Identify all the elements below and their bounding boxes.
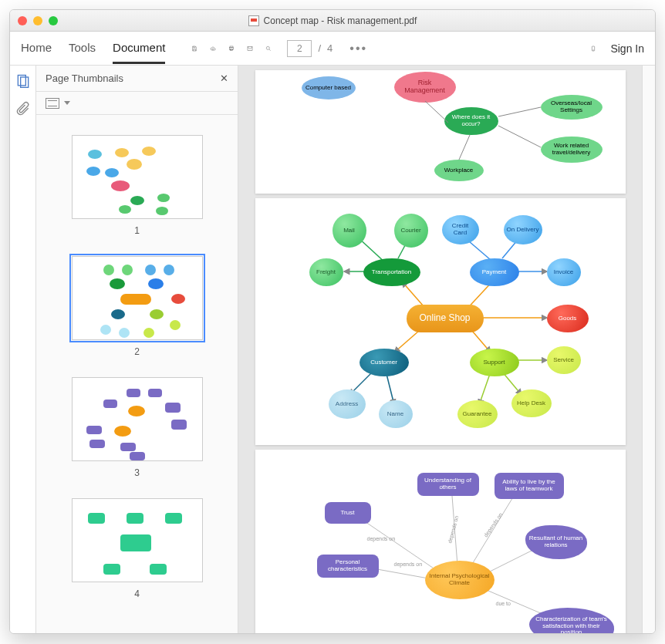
node-credit: Credit Card	[442, 215, 479, 244]
node-courier: Courier	[394, 214, 428, 248]
thumbnail-label-2: 2	[134, 346, 140, 357]
thumbnail-page-1[interactable]	[72, 135, 203, 219]
thumbnails-panel: Page Thumbnails ✕	[36, 66, 238, 633]
page-3-fragment: Understanding of others Ability to live …	[255, 450, 626, 633]
print-icon[interactable]	[224, 41, 239, 56]
thumbnail-label-1: 1	[134, 225, 140, 236]
node-characterization: Characterization of team's satisfaction …	[529, 608, 614, 633]
node-support: Support	[470, 349, 519, 376]
more-menu-icon[interactable]: •••	[343, 42, 373, 56]
page-sep: /	[318, 42, 321, 54]
zoom-window-icon[interactable]	[49, 16, 58, 25]
search-icon[interactable]	[261, 41, 276, 56]
svg-rect-3	[248, 46, 252, 50]
pdf-file-icon	[248, 15, 259, 26]
page-2: Mail Courier Credit Card On Delivery Fre…	[255, 198, 626, 445]
node-guarantee: Guarantee	[457, 400, 498, 428]
titlebar: Concept map - Risk management.pdf	[10, 10, 655, 32]
node-workplace: Workplace	[434, 160, 484, 181]
node-service: Service	[547, 346, 581, 374]
mobile-icon[interactable]	[586, 41, 601, 56]
svg-rect-2	[231, 49, 233, 50]
node-trust: Trust	[325, 502, 371, 524]
svg-line-11	[498, 126, 541, 147]
email-icon[interactable]	[242, 41, 258, 56]
node-mail: Mail	[332, 214, 366, 248]
current-page-input[interactable]	[287, 40, 312, 57]
tab-home[interactable]: Home	[21, 33, 52, 64]
node-helpdesk: Help Desk	[511, 389, 552, 417]
save-icon[interactable]	[187, 41, 202, 56]
edge-label-due: due to	[496, 601, 511, 606]
thumbnail-options-icon[interactable]	[46, 98, 59, 109]
panel-title: Page Thumbnails	[46, 72, 123, 84]
window-title: Concept map - Risk management.pdf	[264, 15, 417, 26]
close-panel-icon[interactable]: ✕	[220, 72, 228, 84]
svg-point-6	[593, 49, 594, 50]
thumbnail-page-3[interactable]	[72, 377, 203, 461]
node-freight: Freight	[309, 258, 343, 286]
document-viewport[interactable]: Computer based Risk Management Where doe…	[238, 66, 643, 633]
svg-line-27	[502, 372, 522, 395]
svg-line-12	[459, 135, 470, 160]
thumbnail-label-4: 4	[134, 588, 140, 599]
cloud-upload-icon[interactable]	[205, 41, 221, 56]
node-customer: Customer	[360, 349, 409, 376]
thumbnail-page-4[interactable]	[72, 498, 203, 582]
tab-tools[interactable]: Tools	[69, 33, 96, 64]
node-work-related: Work related travel/delivery	[541, 137, 603, 163]
svg-line-10	[498, 107, 541, 116]
node-transport: Transportation	[363, 258, 420, 286]
edge-label-depends1: depends on	[367, 536, 396, 541]
page-1-fragment: Computer based Risk Management Where doe…	[255, 70, 626, 194]
node-resultant: Resultant of human relations	[525, 525, 587, 559]
thumbnail-label-3: 3	[134, 467, 140, 478]
attachments-rail-icon[interactable]	[15, 101, 31, 116]
node-goods: Goods	[547, 305, 589, 332]
toolbar: Home Tools Document / 4 ••• Sign In	[10, 32, 655, 66]
chevron-down-icon	[64, 101, 70, 105]
svg-point-4	[267, 46, 270, 49]
minimize-window-icon[interactable]	[33, 16, 42, 25]
right-tools-rail	[643, 66, 655, 633]
node-computer-based: Computer based	[302, 76, 356, 99]
tab-document[interactable]: Document	[113, 33, 165, 64]
edge-label-depends4: depends on	[394, 561, 423, 567]
node-personal: Personal characteristics	[317, 555, 379, 578]
node-payment: Payment	[470, 258, 519, 286]
thumbnail-page-2[interactable]	[72, 256, 203, 340]
node-online-shop: Online Shop	[407, 305, 484, 332]
thumbnails-list: 1 2	[36, 115, 238, 633]
node-understanding: Understanding of others	[417, 473, 479, 496]
node-internal: Internal Psychological Climate	[425, 561, 495, 599]
node-ability: Ability to live by the laws of teamwork	[495, 473, 564, 499]
node-where-occur: Where does it occur?	[444, 107, 498, 135]
page-navigator: / 4	[287, 40, 332, 57]
node-name: Name	[379, 400, 413, 428]
node-overseas: Overseas/local Settings	[541, 95, 603, 120]
sign-in-link[interactable]: Sign In	[610, 42, 644, 55]
node-delivery: On Delivery	[504, 215, 542, 244]
close-window-icon[interactable]	[18, 16, 27, 25]
edge-label-depends3: depends on	[482, 512, 503, 538]
node-address: Address	[329, 389, 366, 419]
side-rail	[10, 66, 36, 633]
node-risk-management: Risk Management	[394, 72, 456, 103]
thumbnails-rail-icon[interactable]	[15, 73, 31, 89]
node-invoice: Invoice	[547, 258, 581, 286]
page-total: 4	[327, 42, 332, 54]
edge-label-depends2: depends on	[447, 515, 459, 544]
